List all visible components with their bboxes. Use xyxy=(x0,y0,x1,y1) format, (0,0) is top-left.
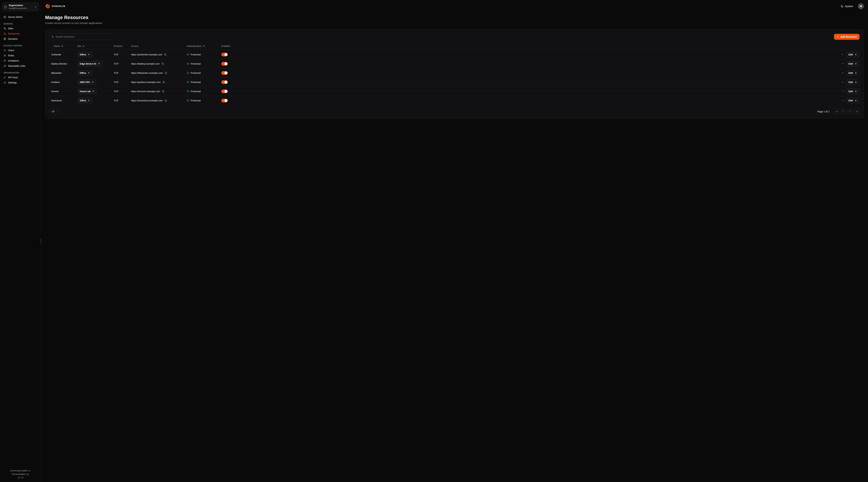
row-menu-button[interactable] xyxy=(841,62,845,66)
sidebar-item-server-admin[interactable]: Server Admin xyxy=(2,14,39,20)
table-row: Immich Home Lab TCP https://immich.examp… xyxy=(50,87,860,96)
first-page-button[interactable] xyxy=(834,109,839,114)
search-input[interactable] xyxy=(50,33,112,40)
previous-page-button[interactable] xyxy=(841,109,846,114)
book-icon xyxy=(27,473,29,475)
enabled-toggle[interactable] xyxy=(221,62,228,66)
access-url: https://authentik.example.com xyxy=(131,53,162,56)
protocol-value: TCP xyxy=(112,62,129,65)
sidebar-item-label: Invitations xyxy=(8,59,19,62)
chevron-right-icon xyxy=(849,110,851,113)
sidebar-item-shareable-links[interactable]: Shareable Links xyxy=(2,63,39,68)
copy-icon[interactable] xyxy=(161,62,164,65)
arrow-right-icon xyxy=(855,63,857,65)
row-menu-button[interactable] xyxy=(841,89,845,93)
avatar[interactable]: M xyxy=(858,3,864,9)
next-page-button[interactable] xyxy=(847,109,853,114)
moon-icon xyxy=(841,5,843,8)
site-cell: Office xyxy=(75,70,112,76)
resources-table: Name Site xyxy=(50,44,860,105)
sort-by-name-button[interactable]: Name xyxy=(54,45,63,47)
copy-icon[interactable] xyxy=(162,81,165,84)
protocol-value: TCP xyxy=(112,99,129,102)
edit-button[interactable]: Edit xyxy=(846,52,859,57)
theme-toggle-button[interactable]: System xyxy=(840,5,854,8)
community-edition-link[interactable]: Community Edition xyxy=(2,469,39,473)
column-header-name: Name xyxy=(50,45,75,47)
enabled-toggle[interactable] xyxy=(221,53,228,56)
invitations-icon xyxy=(3,59,6,62)
access-cell: https://immich.example.com xyxy=(129,90,185,93)
protocol-value: TCP xyxy=(112,81,129,84)
site-link-button[interactable]: Edge Device 01 xyxy=(77,61,102,66)
enabled-toggle[interactable] xyxy=(221,71,228,75)
documentation-link[interactable]: Documentation xyxy=(2,473,39,476)
key-icon xyxy=(3,76,6,79)
site-name: Office xyxy=(80,99,86,102)
sidebar-item-roles[interactable]: Roles xyxy=(2,53,39,58)
protocol-value: TCP xyxy=(112,53,129,56)
sidebar-item-label: Roles xyxy=(8,54,14,57)
copy-icon[interactable] xyxy=(164,71,167,75)
edit-button[interactable]: Edit xyxy=(846,98,859,103)
brand-name: PANGOLIN xyxy=(52,5,65,7)
sidebar-item-resources[interactable]: Resources xyxy=(2,31,39,36)
row-menu-button[interactable] xyxy=(841,98,845,102)
enabled-toggle[interactable] xyxy=(221,90,228,93)
sidebar-item-sites[interactable]: Sites xyxy=(2,26,39,31)
enabled-cell xyxy=(220,71,241,75)
site-name: Office xyxy=(80,53,86,56)
sidebar-item-settings[interactable]: Settings xyxy=(2,80,39,85)
column-label: Site xyxy=(77,45,81,47)
enabled-toggle[interactable] xyxy=(221,99,228,102)
authentication-cell: Protected xyxy=(185,90,220,93)
add-resource-button[interactable]: Add Resource xyxy=(834,34,860,40)
org-value: milo@fossorial.io's ... xyxy=(9,7,33,10)
site-cell: Edge Device 01 xyxy=(75,61,112,66)
enabled-toggle[interactable] xyxy=(221,80,228,84)
arrow-up-right-icon xyxy=(98,63,100,65)
page-title: Manage Resources xyxy=(45,15,864,20)
arrow-up-right-icon xyxy=(92,81,94,83)
edit-button[interactable]: Edit xyxy=(846,89,859,94)
edit-label: Edit xyxy=(848,62,853,65)
sidebar-item-domains[interactable]: Domains xyxy=(2,36,39,41)
column-header-protocol: Protocol xyxy=(112,45,129,47)
copy-icon[interactable] xyxy=(164,99,167,102)
section-title-general: GENERAL xyxy=(3,23,37,25)
sort-by-authentication-button[interactable]: Authentication xyxy=(187,45,205,47)
sort-icon xyxy=(83,45,85,47)
copy-icon[interactable] xyxy=(163,53,167,56)
site-cell: Office xyxy=(75,52,112,57)
table-row: Authentik Office TCP https://authentik.e… xyxy=(50,50,860,59)
roles-icon xyxy=(3,54,6,57)
row-menu-button[interactable] xyxy=(841,71,845,75)
edit-button[interactable]: Edit xyxy=(846,61,859,66)
sidebar-item-api-keys[interactable]: API Keys xyxy=(2,75,39,80)
sidebar-resize-handle[interactable] xyxy=(41,239,41,243)
last-page-button[interactable] xyxy=(854,109,860,114)
sidebar-item-invitations[interactable]: Invitations xyxy=(2,58,39,63)
edit-button[interactable]: Edit xyxy=(846,70,859,76)
chevron-down-icon xyxy=(56,110,58,113)
protocol-value: TCP xyxy=(112,90,129,93)
actions-cell: Edit xyxy=(241,79,860,85)
site-link-button[interactable]: Office xyxy=(77,70,92,76)
row-menu-button[interactable] xyxy=(841,80,845,84)
org-selector[interactable]: Organization milo@fossorial.io's ... xyxy=(2,2,39,11)
row-menu-button[interactable] xyxy=(841,53,845,57)
page-size-select[interactable]: 20 xyxy=(50,109,60,114)
resource-name: Bitwarden xyxy=(50,72,75,74)
site-link-button[interactable]: Home Lab xyxy=(77,89,97,94)
copy-icon[interactable] xyxy=(161,90,165,93)
actions-cell: Edit xyxy=(241,70,860,76)
external-link-icon xyxy=(29,470,31,472)
site-link-button[interactable]: Office xyxy=(77,52,92,57)
sidebar-item-users[interactable]: Users xyxy=(2,48,39,53)
site-link-button[interactable]: Office xyxy=(77,98,92,103)
access-cell: https://grafana.example.com xyxy=(129,81,185,84)
site-link-button[interactable]: AWS VPC xyxy=(77,79,96,85)
sort-by-site-button[interactable]: Site xyxy=(77,45,85,47)
edit-button[interactable]: Edit xyxy=(846,79,859,85)
authentication-cell: Protected xyxy=(185,81,220,84)
